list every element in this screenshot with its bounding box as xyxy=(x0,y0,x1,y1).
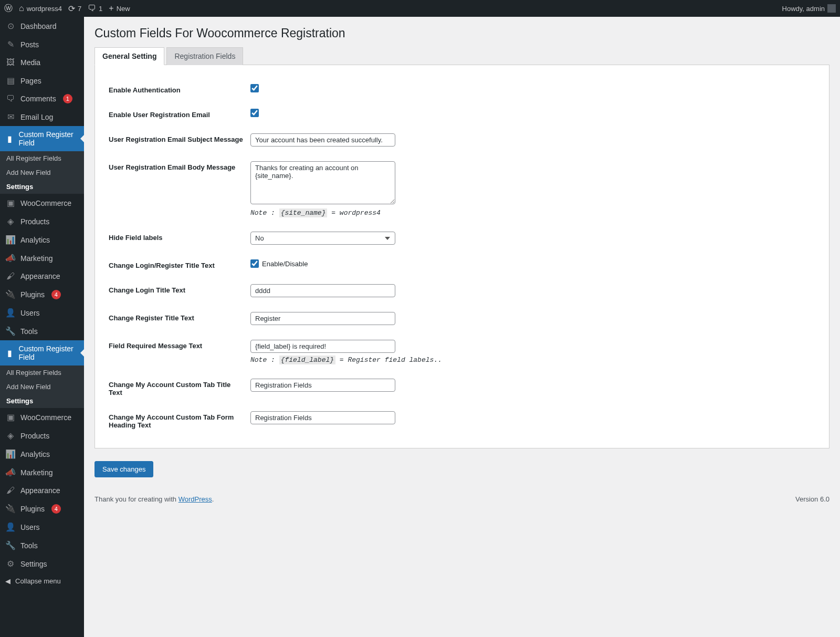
comment-icon: 🗨 xyxy=(88,4,96,13)
sidebar-item-users-dup[interactable]: 👤Users xyxy=(0,518,84,536)
sidebar-item-custom-register-dup[interactable]: ▮Custom Register Field xyxy=(0,340,84,366)
sidebar-item-posts[interactable]: ✎Posts xyxy=(0,35,84,54)
sidebar-label: Appearance xyxy=(20,486,60,495)
sidebar-item-dashboard[interactable]: ⊙Dashboard xyxy=(0,17,84,35)
sidebar-label: Pages xyxy=(20,77,41,85)
sidebar-item-plugins[interactable]: 🔌Plugins4 xyxy=(0,285,84,304)
page-icon: ▤ xyxy=(5,76,16,86)
sidebar-sub-all-dup[interactable]: All Register Fields xyxy=(0,366,84,380)
sidebar-item-products[interactable]: ◈Products xyxy=(0,212,84,231)
site-name-link[interactable]: ⌂wordpress4 xyxy=(19,4,62,13)
sidebar-sub-settings[interactable]: Settings xyxy=(0,180,84,194)
home-icon: ⌂ xyxy=(19,4,24,13)
change-title-checkbox[interactable] xyxy=(250,259,259,268)
sidebar-item-tools[interactable]: 🔧Tools xyxy=(0,322,84,340)
updates-link[interactable]: ⟳7 xyxy=(68,4,81,14)
required-msg-label: Field Required Message Text xyxy=(109,340,250,364)
sidebar-item-marketing-dup[interactable]: 📣Marketing xyxy=(0,463,84,482)
change-title-inline: Enable/Disable xyxy=(262,260,308,268)
sidebar-sub-settings-dup[interactable]: Settings xyxy=(0,394,84,408)
enable-email-checkbox[interactable] xyxy=(250,109,259,117)
register-title-input[interactable] xyxy=(250,312,395,325)
sidebar-label: Custom Register Field xyxy=(19,344,79,361)
site-name-text: wordpress4 xyxy=(27,5,62,13)
sidebar-item-pages[interactable]: ▤Pages xyxy=(0,71,84,90)
hide-labels-select[interactable]: No xyxy=(250,232,395,245)
sidebar-item-media[interactable]: 🖼Media xyxy=(0,54,84,71)
sidebar-item-marketing[interactable]: 📣Marketing xyxy=(0,249,84,267)
sidebar-item-email-log[interactable]: ✉Email Log xyxy=(0,108,84,126)
tabs: General Setting Registration Fields xyxy=(94,47,830,65)
sidebar-item-appearance-dup[interactable]: 🖌Appearance xyxy=(0,482,84,499)
sidebar-label: Marketing xyxy=(20,254,52,263)
sidebar-label: Users xyxy=(20,523,40,531)
collapse-menu[interactable]: ◀Collapse menu xyxy=(0,573,84,589)
sidebar-item-users[interactable]: 👤Users xyxy=(0,304,84,322)
sidebar-item-comments[interactable]: 🗨Comments1 xyxy=(0,90,84,108)
tab-general-setting[interactable]: General Setting xyxy=(94,47,164,65)
email-body-textarea[interactable] xyxy=(250,161,395,204)
note-code: {field_label} xyxy=(279,356,335,364)
sidebar-label: Analytics xyxy=(20,450,50,458)
sidebar-sub-add[interactable]: Add New Field xyxy=(0,165,84,180)
email-subject-label: User Registration Email Subject Message xyxy=(109,133,250,147)
enable-auth-label: Enable Authentication xyxy=(109,84,250,94)
tab-heading-label: Change My Account Custom Tab Form Headin… xyxy=(109,411,250,429)
collapse-icon: ◀ xyxy=(5,577,10,585)
sidebar-item-custom-register[interactable]: ▮Custom Register Field xyxy=(0,126,84,151)
sidebar-submenu-dup: All Register Fields Add New Field Settin… xyxy=(0,366,84,408)
user-icon: 👤 xyxy=(5,308,16,318)
new-content-link[interactable]: +New xyxy=(109,4,130,13)
comments-link[interactable]: 🗨1 xyxy=(88,4,102,13)
plugins-badge-dup: 4 xyxy=(51,504,61,514)
sidebar-item-tools-dup[interactable]: 🔧Tools xyxy=(0,536,84,555)
tab-title-input[interactable] xyxy=(250,379,395,392)
sidebar-label: Tools xyxy=(20,541,38,550)
sidebar-item-woocommerce[interactable]: ▣WooCommerce xyxy=(0,194,84,212)
sidebar-item-products-dup[interactable]: ◈Products xyxy=(0,426,84,445)
media-icon: 🖼 xyxy=(5,58,16,67)
note-prefix: Note : xyxy=(250,356,275,364)
sidebar-item-analytics-dup[interactable]: 📊Analytics xyxy=(0,445,84,463)
sidebar-item-plugins-dup[interactable]: 🔌Plugins4 xyxy=(0,499,84,518)
footer: Thank you for creating with WordPress. V… xyxy=(94,495,830,503)
sidebar-label: Posts xyxy=(20,40,39,49)
tab-registration-fields[interactable]: Registration Fields xyxy=(166,47,243,65)
footer-thanks-suffix: . xyxy=(212,495,214,503)
save-button[interactable]: Save changes xyxy=(94,461,153,477)
register-title-label: Change Register Title Text xyxy=(109,312,250,325)
login-title-label: Change Login Title Text xyxy=(109,284,250,297)
comments-count: 1 xyxy=(99,5,102,13)
analytics-icon: 📊 xyxy=(5,449,16,459)
wp-logo[interactable]: ⓦ xyxy=(4,3,13,14)
sidebar-item-woocommerce-dup[interactable]: ▣WooCommerce xyxy=(0,408,84,426)
enable-auth-checkbox[interactable] xyxy=(250,84,259,92)
sidebar-item-analytics[interactable]: 📊Analytics xyxy=(0,231,84,249)
content-area: Custom Fields For Woocommerce Registrati… xyxy=(84,17,840,637)
sidebar-sub-all[interactable]: All Register Fields xyxy=(0,151,84,165)
sidebar-label: Media xyxy=(20,58,40,67)
note-eq: = Register field labels.. xyxy=(340,356,442,364)
tab-title-label: Change My Account Custom Tab Title Text xyxy=(109,379,250,396)
tab-heading-input[interactable] xyxy=(250,411,395,424)
brush-icon: 🖌 xyxy=(5,271,16,281)
email-subject-input[interactable] xyxy=(250,133,395,147)
sidebar-label: Dashboard xyxy=(20,22,57,30)
footer-wordpress-link[interactable]: WordPress xyxy=(178,495,212,503)
sidebar-item-settings[interactable]: ⚙Settings xyxy=(0,555,84,573)
sidebar-label: Marketing xyxy=(20,468,52,477)
brush-icon: 🖌 xyxy=(5,486,16,495)
sidebar-sub-add-dup[interactable]: Add New Field xyxy=(0,380,84,394)
sidebar-label: WooCommerce xyxy=(20,199,71,207)
comment-icon: 🗨 xyxy=(5,94,16,103)
note-eq: = wordpress4 xyxy=(331,209,381,217)
sidebar-label: Settings xyxy=(20,560,47,568)
sidebar-item-appearance[interactable]: 🖌Appearance xyxy=(0,267,84,285)
howdy-link[interactable]: Howdy, admin xyxy=(782,4,836,13)
woo-icon: ▣ xyxy=(5,412,16,422)
wordpress-icon: ⓦ xyxy=(4,3,13,14)
page-title: Custom Fields For Woocommerce Registrati… xyxy=(94,17,830,47)
plugin-icon: 🔌 xyxy=(5,289,16,299)
required-msg-input[interactable] xyxy=(250,340,395,353)
login-title-input[interactable] xyxy=(250,284,395,297)
